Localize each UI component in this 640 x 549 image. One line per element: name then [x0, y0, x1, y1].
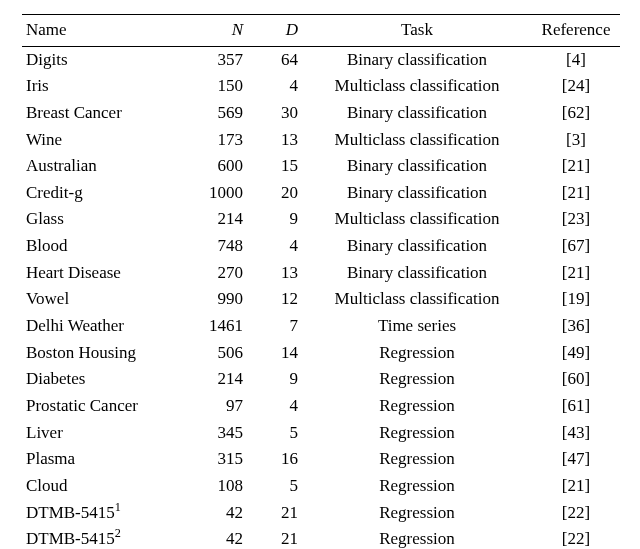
- cell-n: 357: [177, 46, 247, 73]
- cell-ref: [49]: [532, 340, 620, 367]
- cell-name: Digits: [22, 46, 177, 73]
- table-container: Name N D Task Reference Digits35764Binar…: [0, 0, 640, 549]
- cell-d: 9: [247, 366, 302, 393]
- cell-ref: [24]: [532, 73, 620, 100]
- table-row: Plasma31516Regression[47]: [22, 446, 620, 473]
- cell-ref: [19]: [532, 286, 620, 313]
- cell-task: Regression: [302, 500, 532, 527]
- cell-ref: [21]: [532, 260, 620, 287]
- cell-d: 21: [247, 500, 302, 527]
- cell-n: 173: [177, 127, 247, 154]
- table-row: Wine17313Multiclass classification[3]: [22, 127, 620, 154]
- col-header-n: N: [177, 15, 247, 47]
- cell-name: Liver: [22, 420, 177, 447]
- cell-task: Regression: [302, 420, 532, 447]
- cell-d: 5: [247, 420, 302, 447]
- cell-task: Regression: [302, 526, 532, 549]
- table-row: Boston Housing50614Regression[49]: [22, 340, 620, 367]
- cell-d: 13: [247, 127, 302, 154]
- cell-task: Binary classification: [302, 180, 532, 207]
- datasets-table: Name N D Task Reference Digits35764Binar…: [22, 14, 620, 549]
- table-row: Heart Disease27013Binary classification[…: [22, 260, 620, 287]
- cell-n: 345: [177, 420, 247, 447]
- cell-d: 21: [247, 526, 302, 549]
- cell-ref: [21]: [532, 153, 620, 180]
- cell-ref: [22]: [532, 526, 620, 549]
- cell-ref: [43]: [532, 420, 620, 447]
- cell-ref: [67]: [532, 233, 620, 260]
- col-header-task: Task: [302, 15, 532, 47]
- table-row: Credit-g100020Binary classification[21]: [22, 180, 620, 207]
- cell-task: Regression: [302, 393, 532, 420]
- cell-name: DTMB-54151: [22, 500, 177, 527]
- cell-name: Breast Cancer: [22, 100, 177, 127]
- cell-n: 506: [177, 340, 247, 367]
- cell-ref: [4]: [532, 46, 620, 73]
- table-row: Digits35764Binary classification[4]: [22, 46, 620, 73]
- cell-d: 64: [247, 46, 302, 73]
- table-row: Glass2149Multiclass classification[23]: [22, 206, 620, 233]
- cell-ref: [60]: [532, 366, 620, 393]
- cell-task: Binary classification: [302, 233, 532, 260]
- cell-task: Multiclass classification: [302, 286, 532, 313]
- col-header-ref: Reference: [532, 15, 620, 47]
- cell-ref: [21]: [532, 180, 620, 207]
- cell-name: Vowel: [22, 286, 177, 313]
- table-row: Breast Cancer56930Binary classification[…: [22, 100, 620, 127]
- cell-name: Heart Disease: [22, 260, 177, 287]
- cell-n: 97: [177, 393, 247, 420]
- cell-d: 20: [247, 180, 302, 207]
- table-row: Diabetes2149Regression[60]: [22, 366, 620, 393]
- cell-d: 13: [247, 260, 302, 287]
- cell-ref: [36]: [532, 313, 620, 340]
- table-row: Iris1504Multiclass classification[24]: [22, 73, 620, 100]
- cell-d: 16: [247, 446, 302, 473]
- table-row: Vowel99012Multiclass classification[19]: [22, 286, 620, 313]
- cell-n: 270: [177, 260, 247, 287]
- cell-d: 15: [247, 153, 302, 180]
- table-row: Liver3455Regression[43]: [22, 420, 620, 447]
- cell-task: Regression: [302, 340, 532, 367]
- cell-d: 4: [247, 73, 302, 100]
- cell-n: 748: [177, 233, 247, 260]
- cell-task: Binary classification: [302, 153, 532, 180]
- cell-name: Delhi Weather: [22, 313, 177, 340]
- cell-name: Glass: [22, 206, 177, 233]
- cell-task: Regression: [302, 473, 532, 500]
- cell-name: Wine: [22, 127, 177, 154]
- cell-task: Regression: [302, 366, 532, 393]
- table-row: Australian60015Binary classification[21]: [22, 153, 620, 180]
- cell-n: 1461: [177, 313, 247, 340]
- cell-n: 1000: [177, 180, 247, 207]
- cell-name: Australian: [22, 153, 177, 180]
- cell-d: 30: [247, 100, 302, 127]
- cell-n: 108: [177, 473, 247, 500]
- col-header-d: D: [247, 15, 302, 47]
- table-row: Prostatic Cancer974Regression[61]: [22, 393, 620, 420]
- col-header-name: Name: [22, 15, 177, 47]
- cell-d: 12: [247, 286, 302, 313]
- cell-name: Iris: [22, 73, 177, 100]
- cell-ref: [21]: [532, 473, 620, 500]
- cell-task: Time series: [302, 313, 532, 340]
- cell-n: 990: [177, 286, 247, 313]
- cell-ref: [23]: [532, 206, 620, 233]
- table-row: DTMB-541524221Regression[22]: [22, 526, 620, 549]
- cell-task: Multiclass classification: [302, 127, 532, 154]
- cell-name: Blood: [22, 233, 177, 260]
- cell-task: Binary classification: [302, 100, 532, 127]
- cell-task: Binary classification: [302, 260, 532, 287]
- table-header-row: Name N D Task Reference: [22, 15, 620, 47]
- cell-n: 42: [177, 500, 247, 527]
- cell-ref: [62]: [532, 100, 620, 127]
- table-row: Cloud1085Regression[21]: [22, 473, 620, 500]
- cell-n: 315: [177, 446, 247, 473]
- cell-d: 4: [247, 233, 302, 260]
- table-row: DTMB-541514221Regression[22]: [22, 500, 620, 527]
- table-row: Blood7484Binary classification[67]: [22, 233, 620, 260]
- cell-n: 214: [177, 366, 247, 393]
- cell-d: 7: [247, 313, 302, 340]
- cell-name: Plasma: [22, 446, 177, 473]
- cell-ref: [47]: [532, 446, 620, 473]
- cell-name: Boston Housing: [22, 340, 177, 367]
